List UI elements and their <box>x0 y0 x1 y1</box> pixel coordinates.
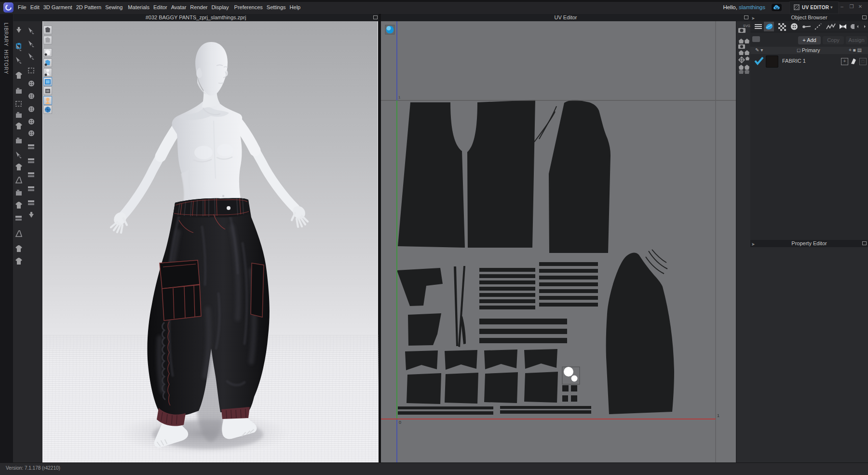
svg-text:0: 0 <box>399 420 401 425</box>
svg-text:1: 1 <box>717 413 719 418</box>
svg-text:SVG: SVG <box>743 24 750 28</box>
svg-text:1: 1 <box>398 95 401 99</box>
